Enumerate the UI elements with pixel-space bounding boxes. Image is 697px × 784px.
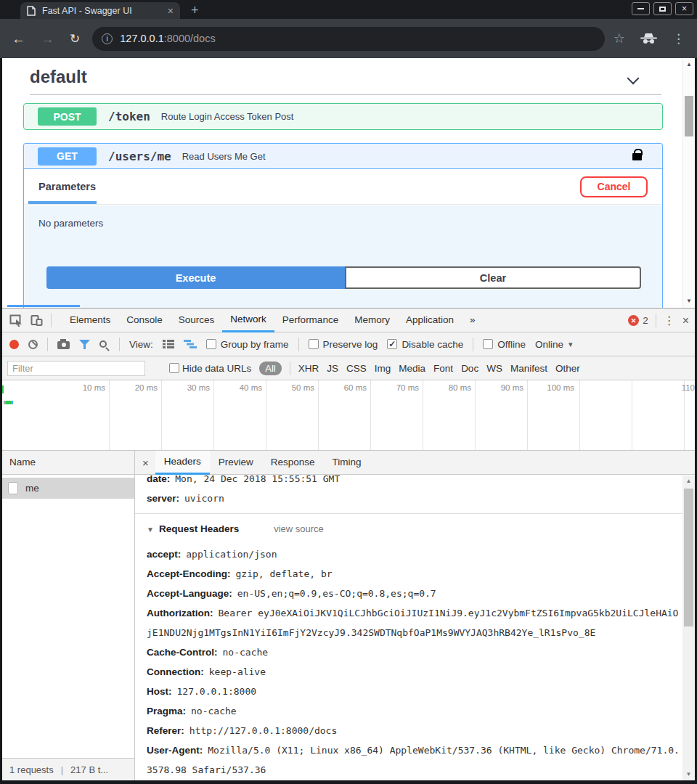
more-tabs-icon[interactable]: » [462,309,484,332]
scroll-up-icon[interactable]: ▲ [682,478,695,484]
scroll-down-icon[interactable]: ▼ [683,298,695,304]
filter-type-xhr[interactable]: XHR [298,363,319,374]
screenshot-capture-icon[interactable] [57,341,70,349]
details-scrollbar[interactable]: ▲ ▼ [682,475,695,780]
filter-type-manifest[interactable]: Manifest [510,363,547,374]
filter-type-img[interactable]: Img [375,363,391,374]
hide-data-urls-checkbox[interactable] [169,363,179,373]
chevron-down-icon[interactable] [627,73,640,85]
devtools-tab-application[interactable]: Application [398,309,462,332]
timeline-tick-label: 10 ms [60,383,105,392]
forward-button[interactable]: → [41,32,54,46]
request-waterfall-bar [4,401,13,404]
close-details-icon[interactable]: × [142,457,149,469]
horizontal-scrollbar-thumb[interactable] [7,305,80,307]
preserve-log-label[interactable]: Preserve log [323,339,378,350]
browser-menu-icon[interactable]: ⋮ [672,31,685,46]
clear-requests-icon[interactable] [28,340,38,349]
group-by-frame-label[interactable]: Group by frame [221,339,289,350]
disable-cache-checkbox[interactable]: ✓ [387,339,397,349]
waterfall-view-icon[interactable] [184,340,197,348]
disable-cache-label[interactable]: Disable cache [402,339,463,350]
throttling-dropdown[interactable]: Online ▾ [535,339,573,350]
separator [51,314,52,327]
details-tab-response[interactable]: Response [262,451,324,475]
gridline [109,380,110,450]
filter-type-js[interactable]: JS [327,363,338,374]
filter-type-doc[interactable]: Doc [461,363,478,374]
browser-titlebar: Fast API - Swagger UI × + × [0,0,697,19]
inspect-element-icon[interactable] [9,314,23,327]
cancel-button[interactable]: Cancel [580,176,648,197]
filter-type-css[interactable]: CSS [346,363,367,374]
devtools-tab-elements[interactable]: Elements [62,309,118,332]
devtools-tab-sources[interactable]: Sources [171,309,223,332]
request-header-row: Accept-Encoding:gzip, deflate, br [147,564,682,584]
back-button[interactable]: ← [12,32,25,46]
page-scrollbar[interactable]: ▲ ▼ [682,58,695,308]
scrollbar-thumb[interactable] [684,489,693,626]
maximize-icon [659,7,666,12]
throttling-value: Online [535,339,563,350]
tab-parameters[interactable]: Parameters [38,181,96,192]
devtools-tab-console[interactable]: Console [118,309,171,332]
request-row-me[interactable]: me [2,478,134,499]
filter-funnel-icon[interactable] [79,340,90,349]
new-tab-button[interactable]: + [191,1,199,19]
disclosure-triangle-icon[interactable]: ▼ [147,526,154,534]
divider [30,94,661,95]
address-bar[interactable]: i 127.0.0.1:8000/docs [92,27,605,51]
view-source-link[interactable]: view source [274,523,324,534]
filter-type-media[interactable]: Media [399,363,425,374]
group-by-frame-checkbox[interactable] [206,339,216,349]
auth-lock-icon[interactable] [632,153,642,160]
network-overview-timeline[interactable]: 10 ms 20 ms 30 ms 40 ms 50 ms 60 ms 70 m… [2,380,695,451]
gridline [632,380,632,450]
search-icon[interactable] [99,340,107,348]
devtools-tab-memory[interactable]: Memory [346,309,398,332]
gridline [527,380,528,450]
close-window-button[interactable]: × [675,2,693,15]
record-icon[interactable] [9,340,19,349]
timeline-tick-label: 50 ms [269,383,314,392]
hide-data-urls-label[interactable]: Hide data URLs [182,363,251,374]
column-header-name[interactable]: Name [2,451,134,475]
filter-type-ws[interactable]: WS [486,363,502,374]
devtools-tab-network[interactable]: Network [222,309,274,332]
timeline-tick-label: 20 ms [113,383,158,392]
divider [135,513,682,514]
filter-type-all[interactable]: All [259,362,281,375]
device-toolbar-icon[interactable] [30,314,43,327]
endpoint-post-token[interactable]: POST /token Route Login Access Token Pos… [23,103,663,130]
scroll-up-icon[interactable]: ▲ [683,61,695,68]
devtools-close-icon[interactable]: × [682,314,689,327]
page-info-icon[interactable]: i [102,33,113,44]
filter-type-font[interactable]: Font [433,363,453,374]
devtools-tab-performance[interactable]: Performance [274,309,346,332]
details-tab-headers[interactable]: Headers [155,451,210,475]
browser-tab[interactable]: Fast API - Swagger UI × [20,2,180,19]
maximize-button[interactable] [653,2,672,15]
execute-button[interactable]: Execute [46,266,345,289]
minimize-button[interactable] [632,2,650,15]
offline-label[interactable]: Offline [497,339,526,350]
details-tab-timing[interactable]: Timing [324,451,370,475]
endpoint-header[interactable]: GET /users/me Read Users Me Get [24,144,662,169]
filter-type-other[interactable]: Other [555,363,580,374]
bookmark-star-icon[interactable]: ☆ [614,30,625,46]
separator [47,338,48,351]
scrollbar-thumb[interactable] [685,96,693,136]
list-view-icon[interactable] [163,340,174,348]
devtools-menu-icon[interactable]: ⋮ [664,314,675,327]
preserve-log-checkbox[interactable] [309,339,319,349]
clear-button[interactable]: Clear [345,266,641,289]
reload-button[interactable]: ↻ [70,33,80,45]
tab-close-icon[interactable]: × [168,5,174,17]
filter-input[interactable] [7,361,145,376]
error-count-badge[interactable]: ✕ 2 [628,315,648,326]
gridline [475,380,476,450]
offline-checkbox[interactable] [483,339,493,349]
details-tab-preview[interactable]: Preview [210,451,262,475]
scroll-down-icon[interactable]: ▼ [682,771,695,777]
separator [119,338,120,351]
